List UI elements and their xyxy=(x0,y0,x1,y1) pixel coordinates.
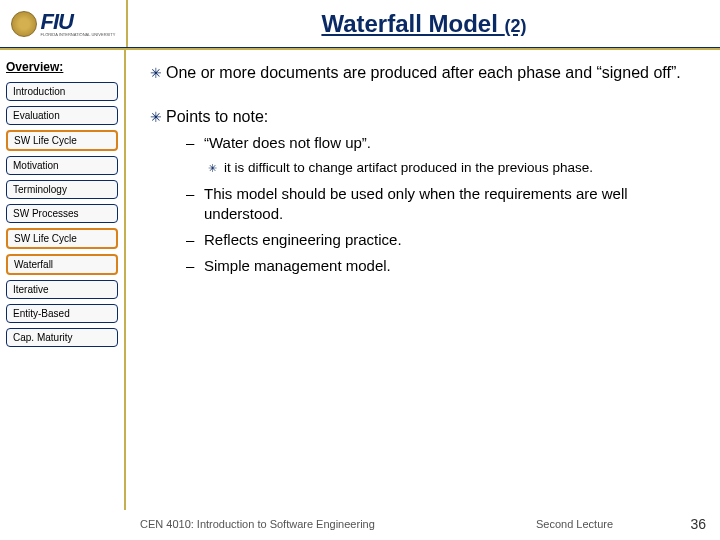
logo-text: FIU xyxy=(41,11,116,33)
sidebar: Overview: IntroductionEvaluationSW Life … xyxy=(0,50,126,510)
sidebar-item[interactable]: Entity-Based xyxy=(6,304,118,323)
sidebar-heading: Overview: xyxy=(6,60,118,74)
asterisk-icon: ✳ xyxy=(150,62,166,84)
bullet: ✳One or more documents are produced afte… xyxy=(150,62,702,84)
sidebar-item[interactable]: SW Processes xyxy=(6,204,118,223)
sub-bullet: –This model should be used only when the… xyxy=(186,184,702,225)
bullet: ✳Points to note:–“Water does not flow up… xyxy=(150,106,702,283)
footer-lecture: Second Lecture xyxy=(536,518,676,530)
slide-title: Waterfall Model (2) xyxy=(321,10,526,37)
dash-icon: – xyxy=(186,256,204,276)
sub-bullet: –Reflects engineering practice. xyxy=(186,230,702,250)
sub-bullet: –“Water does not flow up”. xyxy=(186,133,702,153)
sub-sub-bullet: ✳it is difficult to change artifact prod… xyxy=(208,159,702,177)
dash-icon: – xyxy=(186,133,204,153)
dash-icon: – xyxy=(186,230,204,250)
logo-subtitle: FLORIDA INTERNATIONAL UNIVERSITY xyxy=(41,33,116,37)
content: ✳One or more documents are produced afte… xyxy=(126,50,720,510)
bullet-text: Points to note:–“Water does not flow up”… xyxy=(166,106,702,283)
asterisk-icon: ✳ xyxy=(150,106,166,283)
sidebar-item[interactable]: Terminology xyxy=(6,180,118,199)
sidebar-item[interactable]: Waterfall xyxy=(6,254,118,275)
sidebar-item[interactable]: Cap. Maturity xyxy=(6,328,118,347)
footer-course: CEN 4010: Introduction to Software Engin… xyxy=(140,518,536,530)
footer: CEN 4010: Introduction to Software Engin… xyxy=(0,516,720,532)
bullet-text: One or more documents are produced after… xyxy=(166,62,702,84)
asterisk-icon: ✳ xyxy=(208,159,224,177)
sidebar-item[interactable]: SW Life Cycle xyxy=(6,228,118,249)
title-area: Waterfall Model (2) xyxy=(128,10,720,38)
logo: FIU FLORIDA INTERNATIONAL UNIVERSITY xyxy=(0,0,126,47)
sidebar-item[interactable]: Motivation xyxy=(6,156,118,175)
dash-icon: – xyxy=(186,184,204,225)
sidebar-item[interactable]: SW Life Cycle xyxy=(6,130,118,151)
sidebar-item[interactable]: Iterative xyxy=(6,280,118,299)
sidebar-item[interactable]: Evaluation xyxy=(6,106,118,125)
footer-page: 36 xyxy=(676,516,706,532)
sidebar-item[interactable]: Introduction xyxy=(6,82,118,101)
seal-icon xyxy=(11,11,37,37)
header: FIU FLORIDA INTERNATIONAL UNIVERSITY Wat… xyxy=(0,0,720,48)
sub-bullet: –Simple management model. xyxy=(186,256,702,276)
